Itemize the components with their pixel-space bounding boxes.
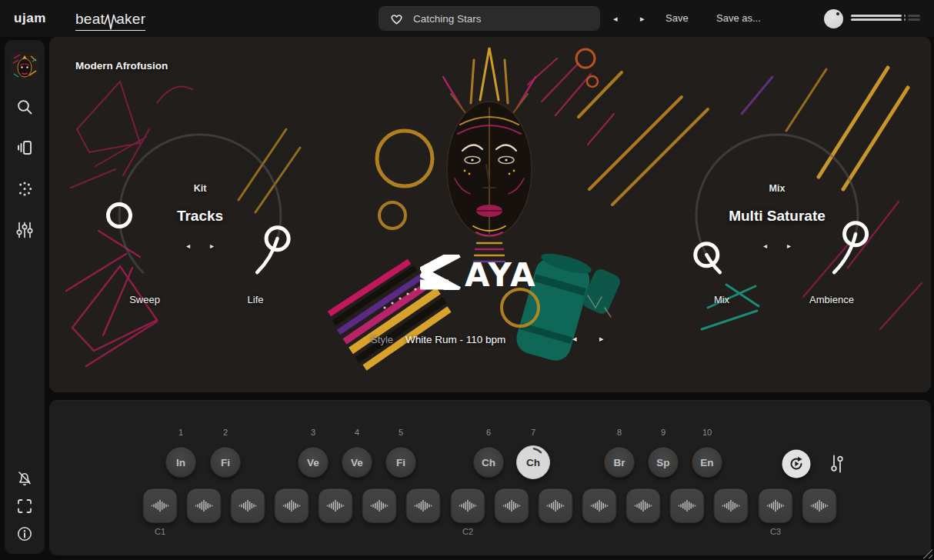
key-pad-1[interactable]: [143, 488, 178, 523]
key-pad-5[interactable]: [319, 488, 353, 523]
waveform-icon: [148, 488, 173, 523]
key-pad-9[interactable]: [495, 488, 529, 523]
key-pad-16[interactable]: [802, 488, 837, 523]
kit-next-button[interactable]: ▸: [210, 242, 214, 250]
section-pad-7[interactable]: 7Ch: [516, 428, 550, 479]
mixer-button[interactable]: [16, 221, 34, 239]
style-value[interactable]: White Rum - 110 bpm: [405, 334, 505, 345]
pad-number: 2: [223, 428, 228, 438]
pad-circle[interactable]: Ch: [516, 445, 550, 479]
key-pad-11[interactable]: [582, 488, 617, 523]
section-pad-6[interactable]: 6Ch: [473, 428, 504, 478]
section-pad-3[interactable]: 3Ve: [298, 428, 329, 478]
mixer-faders-icon: [16, 221, 34, 239]
style-prev-button[interactable]: ◂: [572, 334, 577, 344]
notifications-toggle[interactable]: [16, 470, 34, 488]
style-label: Style: [371, 334, 393, 345]
previous-preset-button[interactable]: ◂: [613, 13, 618, 24]
search-icon: [16, 98, 34, 116]
section-pad-2[interactable]: 2Fi: [210, 428, 241, 478]
pattern-dots-icon: [16, 181, 34, 198]
product-logo-suffix: aker: [116, 11, 145, 28]
channel-mixer-button[interactable]: [829, 454, 846, 474]
beatmaker-window: ujam beataker Catching Stars ◂ ▸ Save Sa…: [0, 0, 934, 560]
waveform-m-icon: [104, 12, 117, 31]
waveform-icon: [279, 488, 305, 523]
section-pad-9[interactable]: 9Sp: [648, 428, 679, 478]
section-pad-4[interactable]: 4Ve: [342, 428, 372, 478]
loop-arrow-icon: [789, 456, 805, 472]
waveform-icon: [323, 488, 349, 523]
pad-label: Fi: [396, 457, 405, 468]
key-pad-13[interactable]: [670, 488, 705, 523]
waveform-icon: [543, 488, 569, 523]
instrument-button[interactable]: [16, 139, 34, 157]
style-next-button[interactable]: ▸: [599, 334, 604, 344]
key-pad-2[interactable]: [187, 488, 222, 523]
pad-circle[interactable]: In: [165, 447, 196, 478]
section-pad-1[interactable]: 1In: [165, 428, 196, 478]
mix-prev-button[interactable]: ◂: [763, 242, 767, 250]
key-pad-14[interactable]: [714, 488, 749, 523]
pad-label: Br: [613, 457, 625, 468]
artwork-thumb-icon: [11, 52, 38, 80]
waveform-icon: [411, 488, 436, 523]
key-pad-7[interactable]: [406, 488, 441, 523]
master-volume-knob[interactable]: [824, 9, 843, 28]
search-button[interactable]: [16, 98, 34, 116]
waveform-icon: [192, 488, 217, 523]
pattern-button[interactable]: [16, 181, 34, 198]
beatmaker-logo: beataker: [75, 8, 145, 31]
instrument-icon: [16, 139, 34, 157]
waveform-icon: [675, 488, 700, 523]
knob-sweep-label: Sweep: [129, 294, 160, 305]
heart-outline-icon: [389, 12, 404, 25]
save-as-button[interactable]: Save as...: [716, 12, 761, 24]
pad-circle[interactable]: Sp: [648, 447, 679, 478]
key-pad-8[interactable]: [451, 488, 485, 523]
waveform-icon: [763, 488, 789, 523]
pad-number: 3: [311, 428, 315, 438]
key-pad-12[interactable]: [626, 488, 661, 523]
loop-button[interactable]: [782, 450, 811, 478]
key-pad-6[interactable]: [362, 488, 397, 523]
fullscreen-button[interactable]: [16, 498, 33, 515]
notifications-off-icon: [16, 470, 34, 488]
kit-selector-value[interactable]: Tracks: [177, 208, 223, 225]
pad-circle[interactable]: Ch: [473, 447, 504, 478]
key-pad-15[interactable]: [759, 488, 793, 523]
pad-circle[interactable]: Br: [604, 447, 635, 478]
pad-label: Sp: [656, 457, 669, 468]
mix-next-button[interactable]: ▸: [787, 242, 791, 250]
section-pad-8[interactable]: 8Br: [604, 428, 635, 478]
pad-label: Fi: [221, 457, 230, 468]
pad-circle[interactable]: Fi: [385, 447, 416, 478]
preset-artwork-thumbnail[interactable]: [11, 52, 38, 80]
info-button[interactable]: [16, 525, 34, 543]
knob-mix-label: Mix: [714, 294, 729, 305]
pad-number: 6: [486, 428, 491, 438]
key-pad-10[interactable]: [539, 488, 573, 523]
pad-circle[interactable]: Fi: [210, 447, 241, 478]
pad-circle[interactable]: En: [692, 447, 722, 478]
ujam-logo: ujam: [14, 11, 46, 26]
mix-selector-value[interactable]: Multi Saturate: [729, 208, 826, 225]
pad-circle[interactable]: Ve: [298, 447, 329, 478]
kit-prev-button[interactable]: ◂: [186, 242, 190, 250]
pad-label: Ch: [526, 457, 540, 468]
pad-number: 5: [399, 428, 403, 438]
preset-selector[interactable]: Catching Stars: [379, 6, 600, 31]
pad-label: Ve: [351, 457, 363, 468]
pad-number: 1: [178, 428, 183, 438]
section-pad-5[interactable]: 5Fi: [385, 428, 416, 478]
save-button[interactable]: Save: [665, 12, 689, 24]
style-selector: Style White Rum - 110 bpm ◂ ▸: [49, 334, 931, 349]
knob-ambience-label: Ambience: [809, 294, 854, 305]
pad-circle[interactable]: Ve: [342, 447, 372, 478]
fullscreen-icon: [16, 498, 33, 515]
channel-faders-icon: [829, 454, 846, 474]
section-pad-10[interactable]: 10En: [692, 428, 722, 478]
next-preset-button[interactable]: ▸: [640, 13, 645, 24]
key-pad-3[interactable]: [231, 488, 265, 523]
key-pad-4[interactable]: [275, 488, 309, 523]
